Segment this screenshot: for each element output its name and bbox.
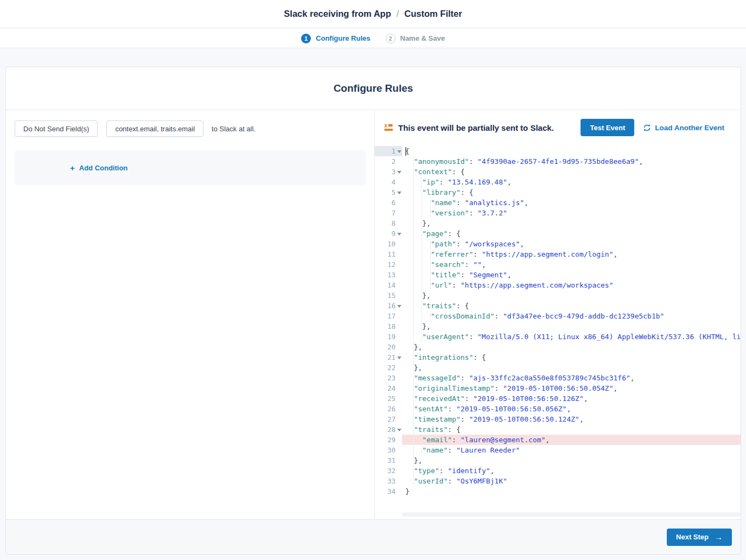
code-line[interactable]: 31}, — [375, 455, 741, 466]
top-header: Slack receiving from App / Custom Filter — [0, 0, 746, 28]
json-value: "Lauren Reeder" — [456, 446, 520, 454]
code-line[interactable]: 12"search": "", — [375, 259, 741, 270]
code-line[interactable]: 24"originalTimestamp": "2019-05-10T00:56… — [375, 383, 741, 393]
code-line[interactable]: 19"userAgent": "Mozilla/5.0 (X11; Linux … — [375, 332, 741, 342]
json-key: "timestamp" — [414, 415, 461, 423]
code-line[interactable]: 8}, — [375, 218, 741, 228]
line-number-gutter: 31 — [375, 455, 402, 466]
code-line[interactable]: 22}, — [375, 362, 741, 373]
indent-guide — [405, 435, 422, 445]
indent-guide — [405, 259, 431, 270]
line-number-gutter: 30 — [375, 445, 402, 455]
line-number: 16 — [387, 302, 396, 310]
code-line[interactable]: 29"email": "lauren@segment.com", — [375, 435, 741, 445]
json-value: "identify" — [448, 467, 490, 475]
indent-guide — [405, 311, 431, 321]
line-number-gutter: 22 — [375, 362, 402, 373]
line-number: 18 — [387, 322, 396, 330]
code-editor[interactable]: 1{2"anonymousId": "4f9390ae-2657-4fe1-9d… — [375, 146, 741, 498]
line-number: 1 — [391, 147, 396, 155]
json-key: "crossDomainId" — [431, 312, 494, 320]
code-line[interactable]: 2"anonymousId": "4f9390ae-2657-4fe1-9d95… — [375, 156, 741, 167]
code-line[interactable]: 34} — [375, 486, 741, 497]
line-number-gutter: 10 — [375, 239, 402, 249]
json-punctuation: , — [630, 374, 635, 382]
code-line[interactable]: 25"receivedAt": "2019-05-10T00:56:50.126… — [375, 393, 741, 404]
fold-arrow-icon[interactable] — [397, 357, 401, 359]
json-punctuation: }, — [422, 291, 431, 300]
code-line[interactable]: 20}, — [375, 342, 741, 352]
next-step-button[interactable]: Next Step → — [667, 529, 732, 546]
load-another-event-button[interactable]: Load Another Event — [643, 124, 724, 132]
code-line[interactable]: 9"page": { — [375, 228, 741, 239]
line-number-gutter: 18 — [375, 321, 402, 332]
code-content: }, — [402, 321, 741, 332]
fold-arrow-icon[interactable] — [397, 171, 401, 174]
add-condition-button[interactable]: + Add Condition — [70, 164, 127, 172]
indent-guide — [405, 301, 422, 311]
code-line[interactable]: 14"url": "https://app.segment.com/worksp… — [375, 280, 741, 290]
line-number: 34 — [387, 487, 396, 495]
code-line[interactable]: 11"referrer": "https://app.segment.com/l… — [375, 249, 741, 259]
code-content: "userAgent": "Mozilla/5.0 (X11; Linux x8… — [402, 332, 741, 342]
code-line[interactable]: 33"userId": "OsY6MFBj1K" — [375, 476, 741, 486]
test-event-button[interactable]: Test Event — [581, 119, 634, 136]
json-punctuation: : { — [473, 353, 486, 361]
indent-guide — [405, 270, 431, 280]
code-line[interactable]: 32"type": "identify", — [375, 466, 741, 476]
event-header: x This event will be partially sent to S… — [375, 111, 741, 144]
code-line[interactable]: 23"messageId": "ajs-33ffc2ac0a550e8f0537… — [375, 373, 741, 383]
code-line[interactable]: 3"context": { — [375, 167, 741, 177]
indent-guide — [405, 414, 414, 424]
fold-arrow-icon[interactable] — [397, 305, 401, 308]
code-content: }, — [402, 455, 741, 466]
code-line[interactable]: 13"title": "Segment", — [375, 270, 741, 280]
indent-guide — [405, 228, 422, 239]
rule-action-button[interactable]: Do Not Send Field(s) — [15, 120, 98, 137]
indent-guide — [405, 177, 422, 187]
code-line[interactable]: 30"name": "Lauren Reeder" — [375, 445, 741, 455]
card-body: Do Not Send Field(s) context.email, trai… — [6, 111, 741, 519]
json-key: "integrations" — [414, 353, 474, 361]
code-content: "sentAt": "2019-05-10T00:56:50.056Z", — [402, 404, 741, 414]
json-key: "title" — [431, 271, 461, 279]
code-line[interactable]: 26"sentAt": "2019-05-10T00:56:50.056Z", — [375, 404, 741, 414]
code-line[interactable]: 28"traits": { — [375, 424, 741, 435]
code-line[interactable]: 7"version": "3.7.2" — [375, 208, 741, 218]
rule-builder-panel: Do Not Send Field(s) context.email, trai… — [6, 111, 374, 519]
json-key: "version" — [431, 209, 469, 217]
json-value: "ajs-33ffc2ac0a550e8f053789c745bc31f6" — [469, 374, 630, 382]
code-line[interactable]: 27"timestamp": "2019-05-10T00:56:50.124Z… — [375, 414, 741, 424]
line-number: 14 — [387, 281, 396, 289]
code-line[interactable]: 1{ — [375, 146, 741, 156]
code-content: "context": { — [402, 167, 741, 177]
json-value: "https://app.segment.com/workspaces" — [461, 281, 614, 289]
code-line[interactable]: 17"crossDomainId": "df3a47ee-bcc9-479d-a… — [375, 311, 741, 321]
json-key: "page" — [422, 230, 448, 238]
json-punctuation: , — [614, 250, 618, 258]
fold-arrow-icon[interactable] — [397, 233, 401, 236]
code-content: "name": "analytics.js", — [402, 198, 741, 208]
stepper-step-name-save[interactable]: 2Name & Save — [386, 34, 445, 43]
editor-horizontal-scrollbar[interactable] — [402, 512, 741, 517]
code-line[interactable]: 4"ip": "13.54.169.48", — [375, 177, 741, 187]
line-number: 11 — [387, 250, 396, 258]
stepper-step-configure-rules[interactable]: 1Configure Rules — [301, 34, 370, 43]
line-number: 17 — [387, 312, 396, 320]
line-number: 21 — [387, 353, 396, 361]
partial-event-icon: x — [384, 123, 393, 132]
json-punctuation: : — [448, 405, 456, 413]
code-line[interactable]: 10"path": "/workspaces", — [375, 239, 741, 249]
fold-arrow-icon[interactable] — [397, 150, 401, 153]
code-line[interactable]: 18}, — [375, 321, 741, 332]
fold-arrow-icon[interactable] — [397, 429, 401, 431]
code-line[interactable]: 5"library": { — [375, 187, 741, 198]
json-punctuation: , — [507, 271, 512, 279]
code-line[interactable]: 21"integrations": { — [375, 352, 741, 362]
fold-arrow-icon[interactable] — [397, 192, 401, 194]
json-punctuation: : — [473, 250, 482, 258]
code-line[interactable]: 15}, — [375, 290, 741, 301]
code-line[interactable]: 16"traits": { — [375, 301, 741, 311]
rule-fields-button[interactable]: context.email, traits.email — [106, 120, 203, 137]
code-line[interactable]: 6"name": "analytics.js", — [375, 198, 741, 208]
